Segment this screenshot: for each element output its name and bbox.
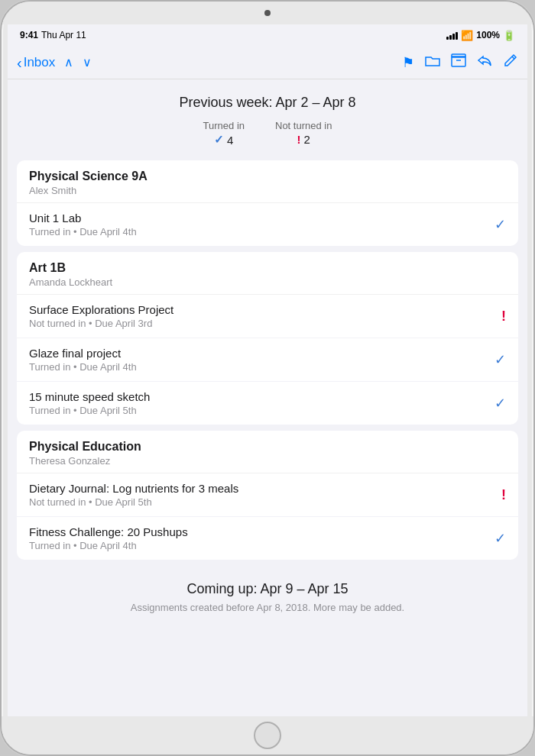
main-content: Previous week: Apr 2 – Apr 8 Turned in ✓… <box>8 79 527 716</box>
assignment-row[interactable]: Glaze final project Turned in • Due Apri… <box>17 338 518 382</box>
time-display: 9:41 <box>20 30 38 40</box>
assignment-name: Dietary Journal: Log nutrients for 3 mea… <box>29 482 494 495</box>
chevron-left-icon: ‹ <box>17 55 22 70</box>
check-icon: ✓ <box>494 352 506 367</box>
coming-up-section: Coming up: Apr 9 – Apr 15 Assignments cr… <box>8 566 527 621</box>
assignment-row[interactable]: Unit 1 Lab Turned in • Due April 4th ✓ <box>17 203 518 246</box>
wifi-icon: 📶 <box>461 30 473 41</box>
down-arrow-button[interactable]: ∨ <box>79 53 95 71</box>
course-teacher: Theresa Gonzalez <box>29 455 506 467</box>
assignment-status: ✓ <box>494 216 506 233</box>
course-header-art-1b: Art 1B Amanda Lockheart <box>17 252 518 295</box>
assignment-status: ! <box>501 487 506 503</box>
assignment-status: ! <box>501 309 506 325</box>
assignment-meta: Not turned in • Due April 3rd <box>29 318 494 329</box>
courses-container: Physical Science 9A Alex Smith Unit 1 La… <box>8 160 527 560</box>
course-header-physical-education: Physical Education Theresa Gonzalez <box>17 431 518 473</box>
not-turned-in-count: 2 <box>304 133 310 146</box>
assignment-info: Fitness Challenge: 20 Pushups Turned in … <box>29 525 487 551</box>
turned-in-check-icon: ✓ <box>214 133 224 147</box>
up-arrow-button[interactable]: ∧ <box>61 53 76 71</box>
assignment-status: ✓ <box>494 351 506 368</box>
course-teacher: Amanda Lockheart <box>29 276 506 288</box>
assignment-status: ✓ <box>494 530 506 547</box>
turned-in-label: Turned in <box>203 120 245 131</box>
assignment-info: Surface Explorations Project Not turned … <box>29 303 494 329</box>
assignment-info: Dietary Journal: Log nutrients for 3 mea… <box>29 482 494 508</box>
check-icon: ✓ <box>494 396 506 411</box>
battery-display: 100% <box>476 30 500 40</box>
reply-icon[interactable] <box>477 53 492 71</box>
stats-row: Turned in ✓ 4 Not turned in ! 2 <box>20 120 515 147</box>
nav-left: ‹ Inbox ∧ ∨ <box>17 53 95 71</box>
assignment-status: ✓ <box>494 395 506 412</box>
assignment-meta: Turned in • Due April 4th <box>29 226 487 237</box>
not-turned-in-label: Not turned in <box>275 120 332 131</box>
svg-rect-0 <box>452 57 465 66</box>
bottom-bar <box>2 716 533 754</box>
coming-up-title: Coming up: Apr 9 – Apr 15 <box>20 581 515 597</box>
nav-bar: ‹ Inbox ∧ ∨ ⚑ <box>8 46 527 79</box>
status-bar: 9:41 Thu Apr 11 📶 100% 🔋 <box>8 24 527 46</box>
assignment-info: Glaze final project Turned in • Due Apri… <box>29 347 487 373</box>
nav-arrows: ∧ ∨ <box>61 53 95 71</box>
date-display: Thu Apr 11 <box>41 30 86 40</box>
course-section-physical-education: Physical Education Theresa Gonzalez Diet… <box>17 431 518 560</box>
status-left: 9:41 Thu Apr 11 <box>20 30 86 40</box>
battery-icon: 🔋 <box>503 30 515 41</box>
assignment-name: Surface Explorations Project <box>29 303 494 316</box>
assignment-name: Glaze final project <box>29 347 487 360</box>
course-teacher: Alex Smith <box>29 185 506 196</box>
course-name: Physical Science 9A <box>29 170 506 183</box>
not-turned-in-value: ! 2 <box>297 133 310 146</box>
coming-up-subtitle: Assignments created before Apr 8, 2018. … <box>20 602 515 613</box>
back-button[interactable]: ‹ Inbox <box>17 55 55 70</box>
turned-in-value: ✓ 4 <box>214 133 233 147</box>
assignment-meta: Not turned in • Due April 5th <box>29 496 494 508</box>
exclaim-icon: ! <box>501 309 506 324</box>
assignment-row[interactable]: Fitness Challenge: 20 Pushups Turned in … <box>17 517 518 560</box>
archive-icon[interactable] <box>451 53 466 71</box>
course-header-physical-science-9a: Physical Science 9A Alex Smith <box>17 160 518 203</box>
turned-in-stat: Turned in ✓ 4 <box>203 120 245 147</box>
compose-icon[interactable] <box>503 53 518 71</box>
check-icon: ✓ <box>494 531 506 546</box>
course-name: Physical Education <box>29 440 506 454</box>
course-section-physical-science-9a: Physical Science 9A Alex Smith Unit 1 La… <box>17 160 518 246</box>
week-title: Previous week: Apr 2 – Apr 8 <box>20 95 515 111</box>
screen: 9:41 Thu Apr 11 📶 100% 🔋 <box>8 24 527 716</box>
exclaim-icon: ! <box>501 487 506 502</box>
home-button[interactable] <box>254 722 281 749</box>
turned-in-count: 4 <box>227 134 233 147</box>
assignment-meta: Turned in • Due April 4th <box>29 540 487 551</box>
assignment-name: 15 minute speed sketch <box>29 390 487 403</box>
assignment-meta: Turned in • Due April 4th <box>29 361 487 373</box>
nav-right: ⚑ <box>402 53 518 71</box>
assignment-row[interactable]: Dietary Journal: Log nutrients for 3 mea… <box>17 473 518 517</box>
course-section-art-1b: Art 1B Amanda Lockheart Surface Explorat… <box>17 252 518 425</box>
assignment-info: Unit 1 Lab Turned in • Due April 4th <box>29 212 487 237</box>
course-name: Art 1B <box>29 261 506 275</box>
camera-dot <box>264 10 271 16</box>
ipad-frame: 9:41 Thu Apr 11 📶 100% 🔋 <box>0 0 535 756</box>
assignment-meta: Turned in • Due April 5th <box>29 405 487 416</box>
assignment-info: 15 minute speed sketch Turned in • Due A… <box>29 390 487 416</box>
flag-icon[interactable]: ⚑ <box>402 54 414 71</box>
assignment-row[interactable]: 15 minute speed sketch Turned in • Due A… <box>17 382 518 425</box>
folder-icon[interactable] <box>425 55 440 70</box>
signal-bars-icon <box>446 31 458 40</box>
status-right: 📶 100% 🔋 <box>446 30 515 41</box>
assignment-row[interactable]: Surface Explorations Project Not turned … <box>17 295 518 338</box>
svg-line-3 <box>512 57 514 59</box>
back-label: Inbox <box>24 55 56 70</box>
check-icon: ✓ <box>494 217 506 232</box>
assignment-name: Fitness Challenge: 20 Pushups <box>29 525 487 538</box>
assignment-name: Unit 1 Lab <box>29 212 487 225</box>
not-turned-in-stat: Not turned in ! 2 <box>275 120 332 147</box>
svg-rect-1 <box>452 54 465 57</box>
not-turned-in-exclaim-icon: ! <box>297 133 301 146</box>
top-bar <box>2 2 533 24</box>
week-section: Previous week: Apr 2 – Apr 8 Turned in ✓… <box>8 79 527 154</box>
